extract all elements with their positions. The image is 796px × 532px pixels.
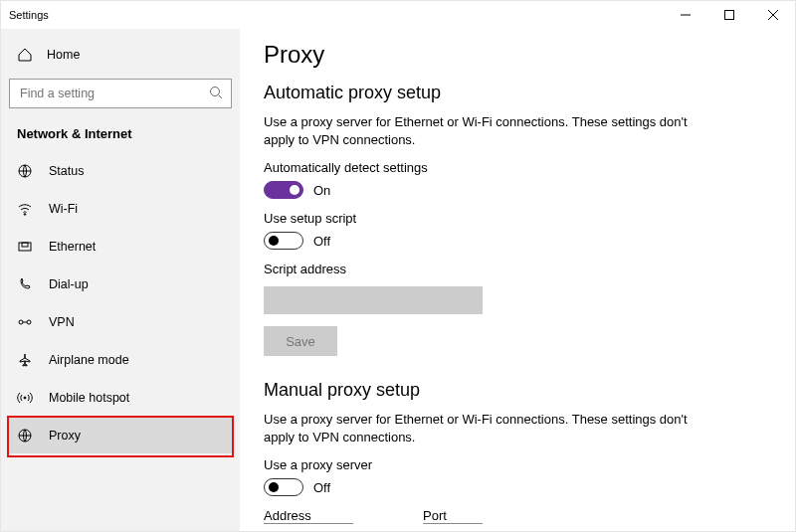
auto-desc: Use a proxy server for Ethernet or Wi-Fi… [264,113,692,148]
script-state: Off [313,234,330,249]
section-label: Network & Internet [9,122,232,153]
vpn-icon [17,314,33,330]
home-button[interactable]: Home [9,37,232,73]
dialup-icon [17,276,33,292]
sidebar-item-label: Airplane mode [49,353,129,367]
main-content: Proxy Automatic proxy setup Use a proxy … [240,29,795,531]
sidebar-item-status[interactable]: Status [9,153,232,189]
detect-label: Automatically detect settings [264,160,771,175]
search-icon [209,86,223,102]
airplane-icon [17,352,33,368]
auto-heading: Automatic proxy setup [264,83,771,103]
sidebar-item-hotspot[interactable]: Mobile hotspot [9,380,232,416]
wifi-icon [17,201,33,217]
svg-rect-9 [22,243,28,247]
sidebar-item-label: Wi-Fi [49,202,78,216]
sidebar-item-proxy[interactable]: Proxy [9,418,232,453]
use-proxy-label: Use a proxy server [264,457,771,472]
svg-rect-1 [725,11,734,20]
sidebar: Home Network & Internet Status Wi-Fi Eth… [1,29,240,531]
proxy-icon [17,428,33,443]
search-input[interactable] [9,79,232,108]
svg-point-4 [211,87,220,95]
sidebar-item-label: Status [49,164,84,178]
svg-point-10 [19,320,23,324]
sidebar-item-label: Dial-up [49,277,89,291]
script-toggle[interactable] [264,232,303,250]
use-proxy-toggle[interactable] [264,478,303,496]
script-address-input[interactable] [264,286,483,314]
close-button[interactable] [751,1,795,29]
titlebar: Settings [1,1,795,29]
sidebar-item-wifi[interactable]: Wi-Fi [9,191,232,227]
window-controls [664,1,795,29]
save-button[interactable]: Save [264,326,337,356]
use-proxy-state: Off [313,480,330,495]
port-label: Port [423,508,483,524]
detect-toggle[interactable] [264,181,303,199]
window-title: Settings [9,9,49,21]
highlight-box: Proxy [7,416,234,457]
detect-state: On [313,183,330,198]
sidebar-item-label: Ethernet [49,240,96,254]
address-label: Address [264,508,353,524]
sidebar-item-dialup[interactable]: Dial-up [9,266,232,302]
manual-desc: Use a proxy server for Ethernet or Wi-Fi… [264,411,692,445]
sidebar-item-label: Mobile hotspot [49,391,129,405]
maximize-button[interactable] [707,1,751,29]
sidebar-item-label: VPN [49,315,75,329]
hotspot-icon [17,390,33,406]
status-icon [17,163,33,179]
sidebar-item-vpn[interactable]: VPN [9,304,232,340]
svg-point-11 [27,320,31,324]
manual-heading: Manual proxy setup [264,380,771,401]
page-title: Proxy [264,41,771,69]
script-address-label: Script address [264,262,771,276]
script-label: Use setup script [264,211,771,226]
search-field[interactable] [18,86,209,101]
home-icon [17,47,33,63]
svg-point-7 [24,214,26,216]
ethernet-icon [17,239,33,255]
svg-line-5 [219,94,223,98]
sidebar-item-airplane[interactable]: Airplane mode [9,342,232,378]
sidebar-item-ethernet[interactable]: Ethernet [9,229,232,265]
svg-point-13 [24,397,26,399]
minimize-button[interactable] [664,1,707,29]
home-label: Home [47,48,80,62]
sidebar-item-label: Proxy [49,429,81,443]
